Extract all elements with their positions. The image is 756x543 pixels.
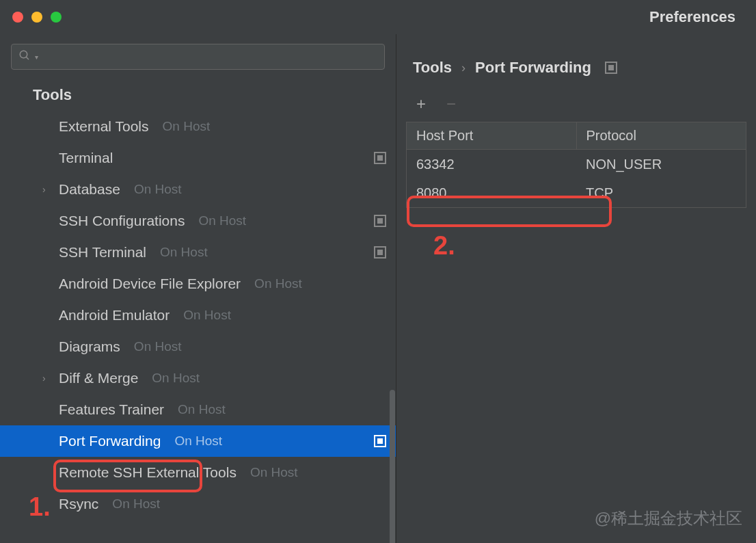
on-host-hint: On Host [163,119,211,134]
tree-item-label: Terminal [59,150,113,166]
sidebar: ▾ Tools External ToolsOn HostTerminal›Da… [0,34,396,543]
add-button[interactable]: + [413,94,429,114]
tree-item-label: Android Device File Explorer [59,276,241,292]
collapse-icon[interactable] [605,62,617,74]
breadcrumb-current: Port Forwarding [475,59,591,77]
chevron-right-icon: › [42,373,46,384]
watermark: @稀土掘金技术社区 [595,507,742,529]
tree-item-port-forwarding[interactable]: Port ForwardingOn Host [0,425,396,457]
collapse-icon[interactable] [374,215,386,227]
tree-item-label: SSH Configurations [59,213,185,229]
titlebar: Preferences [0,0,756,34]
on-host-hint: On Host [112,496,160,512]
scrollbar-track [389,123,396,543]
tree-item-label: SSH Terminal [59,244,146,261]
tree-item-features-trainer[interactable]: Features TrainerOn Host [0,394,396,425]
tree-item-diagrams[interactable]: DiagramsOn Host [0,331,396,362]
tree-item-label: Features Trainer [59,401,164,418]
on-host-hint: On Host [160,245,208,260]
cell-host-port: 63342 [407,150,576,178]
on-host-hint: On Host [174,434,222,449]
tree-item-external-tools[interactable]: External ToolsOn Host [0,111,396,142]
cell-protocol: TCP [576,178,746,207]
tree-item-database[interactable]: ›DatabaseOn Host [0,174,396,205]
collapse-icon[interactable] [374,246,386,259]
tree-item-ssh-terminal[interactable]: SSH TerminalOn Host [0,237,396,268]
tree-item-rsync[interactable]: RsyncOn Host [0,488,396,520]
tree-category-tools[interactable]: Tools [0,79,396,111]
on-host-hint: On Host [178,402,226,417]
svg-point-0 [20,51,27,58]
tree-item-android-device-file-explorer[interactable]: Android Device File ExplorerOn Host [0,268,396,300]
tree-item-terminal[interactable]: Terminal [0,142,396,174]
main-panel: Tools › Port Forwarding + − Host Port Pr… [396,34,756,543]
search-dropdown-icon[interactable]: ▾ [35,53,38,61]
on-host-hint: On Host [198,213,246,228]
svg-line-1 [26,57,29,59]
search-icon [18,49,31,64]
table-row[interactable]: 63342NON_USER [407,150,746,178]
tree-item-ssh-configurations[interactable]: SSH ConfigurationsOn Host [0,205,396,237]
maximize-window-button[interactable] [51,12,62,23]
on-host-hint: On Host [183,308,231,323]
tree-item-label: Android Emulator [59,307,170,323]
collapse-icon[interactable] [374,435,386,447]
chevron-right-icon: › [42,184,46,195]
breadcrumb-parent[interactable]: Tools [413,59,452,77]
tree-item-label: Rsync [59,496,98,512]
breadcrumb: Tools › Port Forwarding [396,59,756,94]
table-toolbar: + − [396,94,756,122]
tree-item-diff-merge[interactable]: ›Diff & MergeOn Host [0,362,396,394]
cell-protocol: NON_USER [576,150,746,178]
on-host-hint: On Host [152,371,200,386]
chevron-right-icon: › [461,61,465,75]
cell-host-port: 8080 [407,178,576,207]
table-row[interactable]: 8080TCP [407,178,746,207]
column-protocol[interactable]: Protocol [577,122,746,149]
window-title: Preferences [649,8,735,26]
collapse-icon[interactable] [374,152,386,164]
tree-item-android-emulator[interactable]: Android EmulatorOn Host [0,300,396,331]
tree-item-label: External Tools [59,118,149,135]
tree-item-label: Diagrams [59,339,120,355]
tree-item-label: Port Forwarding [59,433,161,449]
table-header: Host Port Protocol [407,122,746,150]
tree-item-label: Remote SSH External Tools [59,464,237,481]
port-forwarding-table: Host Port Protocol 63342NON_USER8080TCP [406,122,746,208]
close-window-button[interactable] [12,12,23,23]
minimize-window-button[interactable] [31,12,42,23]
on-host-hint: On Host [250,465,298,480]
traffic-lights [12,12,62,23]
remove-button[interactable]: − [443,94,459,114]
on-host-hint: On Host [254,276,302,291]
tree-item-label: Database [59,181,120,198]
scrollbar-thumb[interactable] [390,390,395,543]
tree-item-label: Diff & Merge [59,370,138,386]
tree-item-remote-ssh-external-tools[interactable]: Remote SSH External ToolsOn Host [0,457,396,488]
on-host-hint: On Host [134,339,182,354]
search-input[interactable]: ▾ [11,44,385,70]
on-host-hint: On Host [134,182,182,197]
column-host-port[interactable]: Host Port [407,122,577,149]
settings-tree: Tools External ToolsOn HostTerminal›Data… [0,77,396,543]
